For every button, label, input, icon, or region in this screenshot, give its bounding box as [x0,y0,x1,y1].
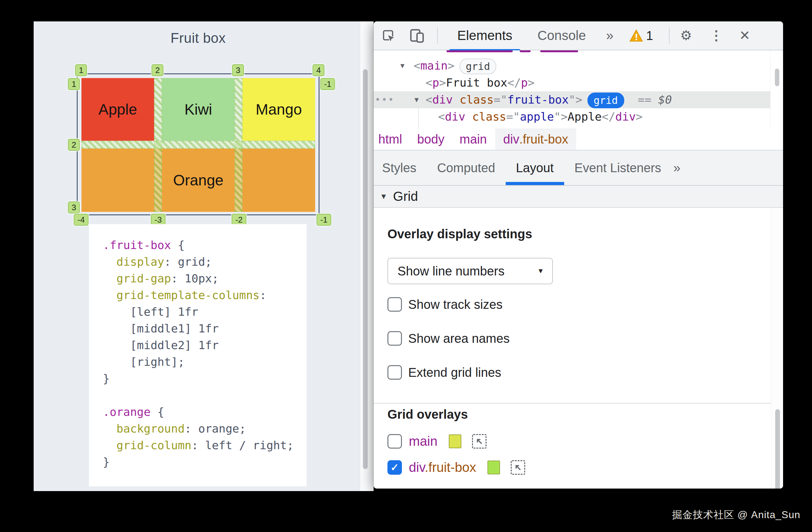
active-tab-underline [506,182,564,185]
dropdown-value: Show line numbers [397,264,505,278]
inspect-element-icon[interactable] [381,28,396,43]
token-pun: < [438,110,445,123]
close-devtools-icon[interactable]: ✕ [739,29,750,42]
overlay-checkbox[interactable]: ✓ [388,460,402,475]
grid-cell-mango: Mango [243,78,315,141]
devtools-window: ElementsConsole » 1 ⚙ ⋮ ✕ ▼<main>grid< [374,22,783,489]
breadcrumb-item[interactable]: main [460,128,487,150]
overlay-label: main [409,434,437,449]
token-prop: grid-gap [116,272,171,285]
toolbar-separator [669,27,669,44]
grid-overlay-list: main✓div.fruit-box [388,434,783,475]
grid-section-header[interactable]: ▼ Grid [374,186,783,208]
token-tag: main [409,434,437,449]
settings-gear-icon[interactable]: ⚙ [680,29,692,42]
console-warning-badge[interactable]: 1 [629,29,653,43]
grid-adorner-badge[interactable]: grid [460,58,496,74]
dom-indent-guide [418,108,419,128]
token-pun: > [439,76,446,89]
chevron-down-icon: ▼ [380,192,388,201]
token-txt: Apple [568,110,601,123]
token-pun: < [414,59,420,72]
tab-computed[interactable]: Computed [427,151,506,185]
tab-layout[interactable]: Layout [506,151,564,185]
code-line: [right]; [103,353,307,370]
devtools-tab-elements[interactable]: Elements [447,22,523,50]
overlay-color-swatch[interactable] [449,434,461,448]
dom-tree-row[interactable]: ▼<main>grid [374,57,783,74]
token-tag: p [521,76,528,89]
section-divider [374,403,783,404]
token-pln: : [260,289,267,302]
breadcrumb-item[interactable]: html [378,128,402,150]
token-attr: class [465,110,506,123]
dom-tree-row[interactable]: <p>Fruit box</p> [374,74,783,91]
dom-tree-row[interactable]: <div class="apple">Apple</div> [374,108,783,125]
overlay-option-row: Show area names [388,330,783,347]
expand-arrow-icon[interactable]: ▼ [415,91,419,108]
grid-overlays-heading: Grid overlays [388,408,783,421]
css-code-block: .fruit-box { display: grid; grid-gap: 10… [89,224,307,486]
breadcrumb-item[interactable]: div.fruit-box [495,128,576,150]
clipped-dom-line [374,51,783,57]
grid-cell-orange: Orange [82,149,315,212]
line-numbers-dropdown[interactable]: Show line numbers ▼ [388,258,553,284]
breadcrumb-item[interactable]: body [417,128,445,150]
grid-line-number-badge: 3 [232,64,244,76]
dom-scrollbar-thumb[interactable] [775,69,779,86]
token-prop: grid-template-columns [116,289,259,302]
token-pln: [right]; [103,355,185,368]
token-tag: main [460,132,487,146]
dom-scrollbar-track [770,51,783,128]
token-pln [103,255,116,268]
token-dollar: $0 [658,93,672,106]
checkbox-label: Show area names [408,332,509,346]
code-line: .fruit-box { [103,237,307,253]
reveal-node-icon[interactable] [511,460,525,475]
token-pln: : grid; [164,255,212,268]
token-pun: > [448,59,454,72]
grid-line-number-badge: -4 [74,214,88,226]
cell-label: Orange [173,171,223,189]
warning-count: 1 [646,29,653,43]
token-tag: div [503,132,519,146]
watermark: 掘金技术社区 @ Anita_Sun [672,508,800,522]
reveal-node-icon[interactable] [472,434,487,449]
grid-overlay-row: main [388,434,783,449]
token-pun: =" [494,93,507,106]
code-line: [middle2] 1fr [103,337,307,353]
token-pun: "> [569,93,582,106]
checkbox[interactable] [388,331,402,346]
code-line: grid-template-columns: [103,287,307,304]
screenshot-canvas: Fruit box AppleKiwiMangoOrange 1234123-1… [0,0,812,532]
expand-arrow-icon[interactable]: ▼ [400,57,404,74]
tab-event-listeners[interactable]: Event Listeners [564,151,672,185]
code-line: [left] 1fr [103,304,307,320]
grid-line-number-badge: 2 [68,139,80,151]
tab-label: Styles [382,161,416,175]
overlay-checkbox[interactable] [388,434,402,449]
layout-scrollbar-thumb[interactable] [775,409,780,489]
checkbox[interactable] [388,297,402,312]
dom-tree-row[interactable]: •••▼<div class="fruit-box">grid == $0 [374,91,783,108]
token-attr: class [453,93,494,106]
token-pln: [left] 1fr [103,305,198,318]
code-line: } [103,370,307,387]
token-pun: < [425,76,432,89]
device-toolbar-icon[interactable] [409,27,425,44]
checkbox[interactable] [388,365,402,380]
token-val: fruit-box [507,93,569,106]
more-tabs-icon[interactable]: » [673,161,680,175]
token-cls: .fruit-box [519,132,568,146]
devtools-tab-console[interactable]: Console [527,22,597,50]
more-tabs-icon[interactable]: » [606,28,613,43]
overlay-color-swatch[interactable] [488,461,500,474]
page-scrollbar-thumb[interactable] [363,69,368,469]
overlay-option-row: Extend grid lines [388,364,783,381]
tab-label: Event Listeners [575,161,661,175]
layout-panel: Overlay display settings Show line numbe… [374,208,783,489]
tab-styles[interactable]: Styles [382,151,427,185]
grid-adorner-badge[interactable]: grid [588,93,624,108]
more-options-menu-icon[interactable]: ⋮ [710,29,723,42]
overlay-settings-heading: Overlay display settings [388,228,783,240]
